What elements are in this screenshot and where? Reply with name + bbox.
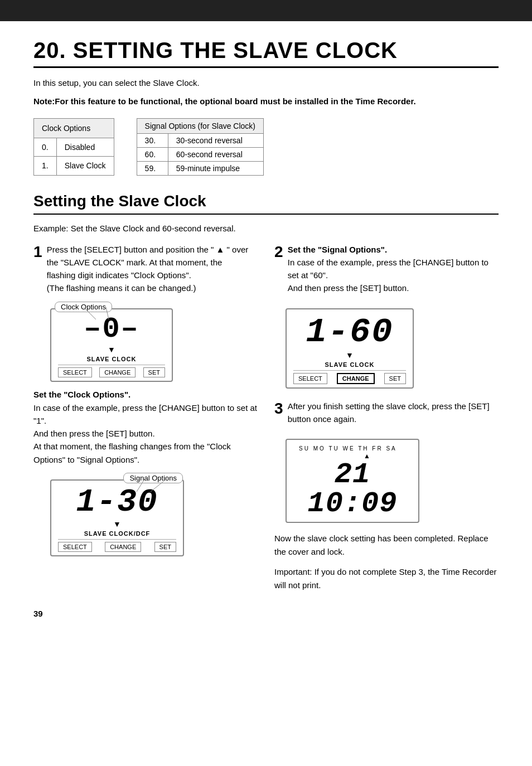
step3-block: 3 After you finish setting the slave clo… <box>274 400 499 426</box>
step1-slave-label: SLAVE CLOCK <box>58 356 165 362</box>
step1-arrow: ▼ <box>58 345 165 354</box>
step1-buttons: SELECT CHANGE SET <box>58 365 165 377</box>
top-bar <box>0 0 532 21</box>
signal-options-callout-label: Signal Options <box>123 473 183 483</box>
step1-sub-display-box: 1-30 ▼ SLAVE CLOCK/DCF SELECT CHANGE SET <box>50 479 184 556</box>
step1-text: Press the [SELECT] button and position t… <box>47 243 251 295</box>
step1-sub-bold: Set the "Clock Options". <box>33 390 258 399</box>
step1-sub-display-wrapper: Signal Options 1-30 ▼ SLAVE CLOCK/DCF SE… <box>50 479 184 556</box>
step3-time-digit: 21 10:09 <box>293 460 412 518</box>
left-column: 1 Press the [SELECT] button and position… <box>33 243 258 593</box>
intro-text: In this setup, you can select the Slave … <box>33 78 499 88</box>
step2-number: 2 <box>274 243 283 261</box>
step2-buttons: SELECT CHANGE SET <box>293 370 406 384</box>
signal-row-2-num: 59. <box>137 161 168 175</box>
note-text: Note:For this feature to be functional, … <box>33 95 499 108</box>
section-title: Setting the Slave Clock <box>33 192 499 210</box>
signal-row-1-num: 60. <box>137 147 168 161</box>
step3-text: After you finish setting the slave clock… <box>288 400 492 426</box>
step3-display-box: SU MO TU WE TH FR SA ▲ 21 10:09 <box>286 439 419 523</box>
two-col-layout: 1 Press the [SELECT] button and position… <box>33 243 499 593</box>
step1-sub-slave-label: SLAVE CLOCK/DCF <box>58 530 176 537</box>
clock-row-0-label: Disabled <box>56 138 114 157</box>
clock-options-callout-label: Clock Options <box>55 302 112 312</box>
clock-row-1-num: 1. <box>34 157 57 175</box>
step1-sub-block: Set the "Clock Options". In case of the … <box>33 390 258 466</box>
step1-sub-text: In case of the example, press the [CHANG… <box>33 401 258 466</box>
signal-row-0-num: 30. <box>137 133 168 147</box>
tables-row: Clock Options 0. Disabled 1. Slave Clock… <box>33 118 499 176</box>
signal-row-0-label: 30-second reversal <box>168 133 263 147</box>
step1-set-btn[interactable]: SET <box>143 367 165 377</box>
step2-bold: Set the "Signal Options". <box>288 245 387 254</box>
step1-sub-change-btn[interactable]: CHANGE <box>105 542 141 552</box>
right-column: 2 Set the "Signal Options". In case of t… <box>274 243 499 593</box>
step1-sub-arrow: ▼ <box>58 520 176 529</box>
step1-sub-set-btn[interactable]: SET <box>154 542 176 552</box>
signal-options-table: Signal Options (for Slave Clock) 30. 30-… <box>137 118 264 176</box>
step2-set-btn[interactable]: SET <box>384 373 406 384</box>
step1-digit: –0– <box>58 315 165 344</box>
step1-select-btn[interactable]: SELECT <box>58 367 92 377</box>
clock-options-header: Clock Options <box>34 118 114 138</box>
step2-select-btn[interactable]: SELECT <box>293 373 327 384</box>
example-text: Example: Set the Slave Clock and 60-seco… <box>33 224 499 233</box>
step1-block: 1 Press the [SELECT] button and position… <box>33 243 258 295</box>
step2-text: Set the "Signal Options". In case of the… <box>288 243 492 295</box>
step3-number: 3 <box>274 400 283 418</box>
step3-display-wrapper: SU MO TU WE TH FR SA ▲ 21 10:09 <box>286 439 419 523</box>
step1-number: 1 <box>33 243 42 261</box>
clock-options-table: Clock Options 0. Disabled 1. Slave Clock <box>33 118 114 176</box>
step2-block: 2 Set the "Signal Options". In case of t… <box>274 243 499 295</box>
clock-row-1-label: Slave Clock <box>56 157 114 175</box>
step3-bottom-text1: Now the slave clock setting has been com… <box>274 532 499 559</box>
step1-change-btn[interactable]: CHANGE <box>99 367 136 377</box>
signal-row-1-label: 60-second reversal <box>168 147 263 161</box>
step2-digit: 1-60 <box>293 315 406 350</box>
step2-arrow: ▼ <box>293 351 406 360</box>
signal-options-header: Signal Options (for Slave Clock) <box>137 118 263 133</box>
signal-row-2-label: 59-minute impulse <box>168 161 263 175</box>
step1-display-wrapper: Clock Options –0– ▼ SLAVE CLOCK SELECT C… <box>50 308 173 382</box>
page-number: 39 <box>33 609 499 618</box>
step1-sub-digit: 1-30 <box>58 486 176 518</box>
main-title: 20. SETTING THE SLAVE CLOCK <box>33 38 499 63</box>
clock-row-0-num: 0. <box>34 138 57 157</box>
step2-display-wrapper: 1-60 ▼ SLAVE CLOCK SELECT CHANGE SET <box>286 308 414 389</box>
step2-display-box: 1-60 ▼ SLAVE CLOCK SELECT CHANGE SET <box>286 308 414 389</box>
step1-sub-buttons: SELECT CHANGE SET <box>58 539 176 552</box>
step3-bottom-text2: Important: If you do not complete Step 3… <box>274 565 499 592</box>
step3-day-row: SU MO TU WE TH FR SA <box>293 445 412 452</box>
step2-change-btn[interactable]: CHANGE <box>337 373 375 384</box>
step1-sub-select-btn[interactable]: SELECT <box>58 542 92 552</box>
step2-slave-label: SLAVE CLOCK <box>293 361 406 368</box>
step1-display-box: –0– ▼ SLAVE CLOCK SELECT CHANGE SET <box>50 308 173 382</box>
